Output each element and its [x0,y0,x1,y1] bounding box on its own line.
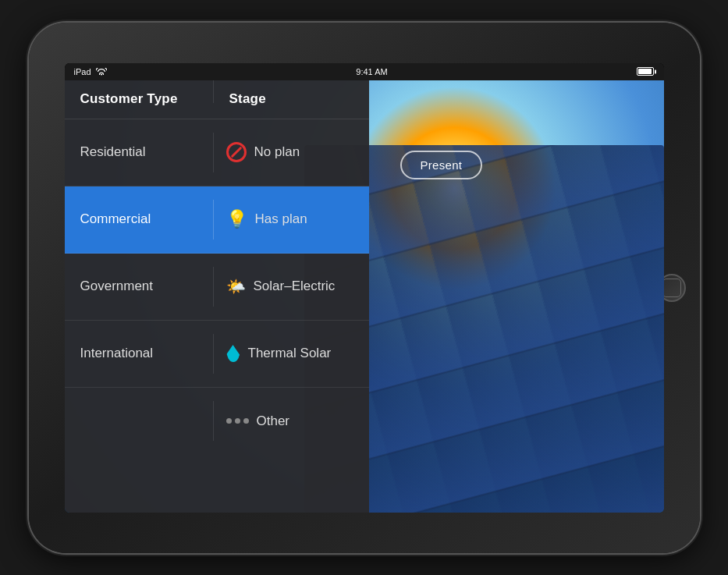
battery-icon [637,67,654,76]
cell-stage-other: Other [214,414,369,429]
stage-label: Has plan [255,211,307,227]
cell-stage-solar-electric: 🌤️ Solar–Electric [214,279,369,294]
stage-label: Solar–Electric [254,279,336,294]
customer-type-header: Customer Type [80,91,178,107]
dot-1 [226,418,232,424]
cell-customer-government: Government [65,279,213,294]
wifi-icon [96,68,107,76]
cell-stage-no-plan: No plan [214,142,369,162]
status-left: iPad [74,67,107,76]
battery-tip [655,69,656,73]
bulb-icon: 💡 [226,211,247,228]
header-stage-col: Stage [214,80,369,119]
status-bar: iPad 9:41 AM [65,63,664,80]
left-panel: Customer Type Stage Residential No [65,80,369,513]
table-row[interactable]: Commercial 💡 Has plan [65,186,369,254]
cell-stage-thermal-solar: Thermal Solar [214,345,369,362]
no-plan-icon [226,142,247,162]
table-row[interactable]: Other [65,388,369,455]
dot-2 [235,418,240,424]
solar-electric-icon: 🌤️ [226,279,246,294]
stage-label: No plan [254,144,300,160]
present-button-container: Present [400,151,483,179]
status-time: 9:41 AM [356,67,387,76]
battery-fill [638,69,651,74]
cell-customer-international: International [65,346,213,361]
ipad-device: iPad 9:41 AM [29,23,700,553]
header-customer-type-col: Customer Type [65,80,213,119]
stage-label: Thermal Solar [248,346,332,361]
cell-customer-commercial: Commercial [65,211,213,227]
dot-3 [243,418,249,424]
stage-label: Other [257,414,290,429]
device-label: iPad [74,67,91,76]
table-header: Customer Type Stage [65,80,369,119]
content-area: Present Customer Type Stage Re [65,80,664,513]
customer-type-label: Commercial [80,211,151,226]
customer-type-label: International [80,346,154,360]
svg-point-0 [101,73,102,75]
home-button-inner [662,279,681,297]
stage-header: Stage [229,91,266,107]
table-row[interactable]: Government 🌤️ Solar–Electric [65,254,369,321]
drop-icon [226,345,240,362]
table-row[interactable]: International Thermal Solar [65,321,369,388]
customer-type-label: Government [80,279,154,293]
status-right [637,67,654,76]
dots-icon [226,418,249,424]
table-row[interactable]: Residential No plan [65,119,369,186]
customer-type-label: Residential [80,144,146,159]
cell-stage-has-plan: 💡 Has plan [214,211,369,228]
cell-customer-residential: Residential [65,144,213,160]
present-button[interactable]: Present [400,151,483,179]
ipad-screen: iPad 9:41 AM [65,63,664,513]
drop-shape [226,345,240,362]
